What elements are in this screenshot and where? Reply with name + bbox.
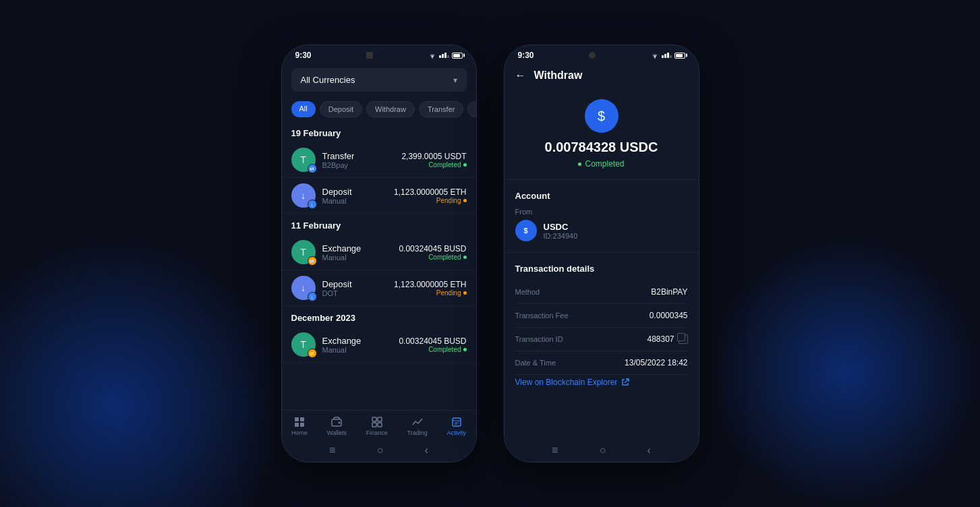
android-home-left[interactable]: ○	[377, 444, 384, 456]
tx-name-transfer: Transfer	[322, 151, 395, 161]
trading-icon	[411, 416, 424, 428]
tx-name-deposit1: Deposit	[322, 187, 388, 197]
withdraw-header: ← Withdraw	[505, 63, 699, 88]
battery-icon-left	[452, 53, 463, 59]
divider-1	[505, 179, 699, 180]
bottom-nav-left: Home Wallets Finance Trading	[282, 410, 476, 439]
txid-value: 488307	[647, 334, 687, 344]
exchange2-symbol: T	[300, 339, 306, 350]
account-item: $ USDC ID:234940	[515, 220, 688, 241]
tx-icon-transfer: T ⇄	[291, 148, 316, 172]
copy-icon[interactable]	[679, 334, 688, 344]
status-icons-right	[651, 53, 685, 59]
android-menu-right[interactable]: ≡	[552, 444, 558, 456]
nav-wallets-label: Wallets	[327, 429, 347, 436]
blockchain-explorer-link[interactable]: View on Blockchain Explorer	[515, 378, 688, 387]
tx-status-transfer: Completed	[401, 161, 466, 169]
wifi-icon-left	[428, 53, 436, 59]
signal-bars-right	[662, 53, 672, 58]
status-bar-left: 9:30	[282, 45, 476, 63]
account-section: Account From $ USDC ID:234940	[505, 183, 699, 249]
nav-finance-label: Finance	[366, 429, 388, 436]
tx-status-deposit2: Pending	[394, 289, 466, 297]
nav-activity[interactable]: Activity	[447, 416, 467, 436]
txid-label: Transaction ID	[515, 335, 563, 343]
signal-bars-left	[439, 53, 449, 58]
tx-icon-deposit2: ↓ ↓	[291, 276, 316, 300]
svg-rect-3	[295, 423, 299, 427]
account-currency-icon: $	[515, 220, 537, 241]
svg-rect-8	[378, 417, 382, 421]
nav-trading[interactable]: Trading	[407, 416, 428, 436]
tx-amount-transfer: 2,399.0005 USDT Completed	[401, 152, 466, 169]
tx-amount-value-transfer: 2,399.0005 USDT	[401, 152, 466, 161]
phone-right-content: ← Withdraw $ 0.00784328 USDC Completed A…	[505, 63, 699, 439]
account-id: ID:234940	[544, 232, 578, 240]
wifi-icon-right	[651, 53, 659, 59]
tx-deposit-manual-eth[interactable]: ↓ ↓ Deposit Manual 1,123.0000005 ETH Pen…	[282, 178, 476, 214]
status-dot-exchange2	[463, 348, 467, 351]
tx-info-deposit1: Deposit Manual	[322, 187, 388, 205]
android-back-left[interactable]: ‹	[425, 444, 428, 456]
fee-label: Transaction Fee	[515, 311, 569, 320]
external-link-icon	[621, 378, 629, 386]
detail-row-datetime: Date & Time 13/05/2022 18:42	[515, 351, 688, 375]
tab-exc[interactable]: Exc	[467, 101, 475, 117]
phone-left-content: All Currencies ▾ All Deposit Withdraw Tr…	[282, 63, 476, 410]
tab-withdraw[interactable]: Withdraw	[366, 101, 415, 117]
account-title: Account	[515, 191, 688, 201]
android-nav-right: ≡ ○ ‹	[505, 439, 699, 462]
tx-deposit-dot[interactable]: ↓ ↓ Deposit DOT 1,123.0000005 ETH Pendin…	[282, 270, 476, 306]
status-dot-transfer	[463, 163, 467, 167]
transfer-symbol: T	[300, 154, 306, 165]
blockchain-link-text: View on Blockchain Explorer	[515, 378, 618, 387]
tx-exchange-manual[interactable]: T ⇌ Exchange Manual 0.00324045 BUSD Comp…	[282, 235, 476, 270]
account-currency-name: USDC	[544, 222, 578, 232]
status-time-left: 9:30	[295, 51, 312, 60]
svg-point-0	[432, 57, 433, 59]
fee-value: 0.0000345	[650, 311, 688, 320]
tx-transfer-b2bpay[interactable]: T ⇄ Transfer B2Bpay 2,399.0005 USDT Comp…	[282, 142, 476, 178]
datetime-label: Date & Time	[515, 359, 556, 367]
status-dot-deposit2	[463, 291, 467, 295]
nav-home-label: Home	[291, 429, 308, 436]
filter-tabs: All Deposit Withdraw Transfer Exc	[282, 97, 476, 121]
divider-2	[505, 252, 699, 253]
method-label: Method	[515, 288, 540, 296]
camera-right	[589, 52, 596, 59]
tx-status-exchange2: Completed	[399, 346, 466, 353]
tx-exchange-dec[interactable]: T ⇌ Exchange Manual 0.00324045 BUSD Comp…	[282, 327, 476, 363]
svg-line-16	[625, 379, 629, 383]
tx-amount-value-exchange2: 0.00324045 BUSD	[399, 336, 466, 346]
phone-right: 9:30	[504, 44, 699, 463]
home-icon	[293, 416, 306, 428]
android-menu-left[interactable]: ≡	[329, 444, 335, 456]
tab-deposit[interactable]: Deposit	[320, 101, 362, 117]
android-back-right[interactable]: ‹	[647, 444, 651, 456]
tx-sub-deposit2: DOT	[322, 289, 388, 297]
status-bar-right: 9:30	[505, 45, 699, 63]
currency-selector[interactable]: All Currencies ▾	[291, 68, 467, 92]
tab-transfer[interactable]: Transfer	[419, 101, 464, 117]
deposit1-symbol: ↓	[301, 190, 306, 201]
phones-container: 9:30	[281, 44, 699, 463]
transaction-details-section: Transaction details Method B2BinPAY Tran…	[505, 256, 699, 395]
nav-home[interactable]: Home	[291, 416, 308, 436]
android-home-right[interactable]: ○	[600, 444, 606, 456]
tab-all[interactable]: All	[291, 101, 316, 117]
chevron-down-icon: ▾	[453, 76, 457, 85]
status-dot-exchange1	[463, 256, 467, 259]
svg-point-6	[339, 422, 341, 424]
nav-wallets[interactable]: Wallets	[327, 416, 347, 436]
usdc-coin-icon: $	[585, 99, 618, 133]
tx-info-transfer: Transfer B2Bpay	[322, 151, 395, 169]
activity-icon	[451, 416, 463, 428]
nav-finance[interactable]: Finance	[366, 416, 388, 436]
svg-rect-4	[300, 423, 304, 427]
wallet-icon	[330, 416, 343, 428]
from-label: From	[515, 208, 688, 216]
deposit2-symbol: ↓	[301, 282, 306, 293]
back-button[interactable]: ←	[515, 69, 526, 82]
tx-icon-exchange1: T ⇌	[291, 240, 316, 264]
tx-status-deposit1: Pending	[394, 197, 466, 204]
